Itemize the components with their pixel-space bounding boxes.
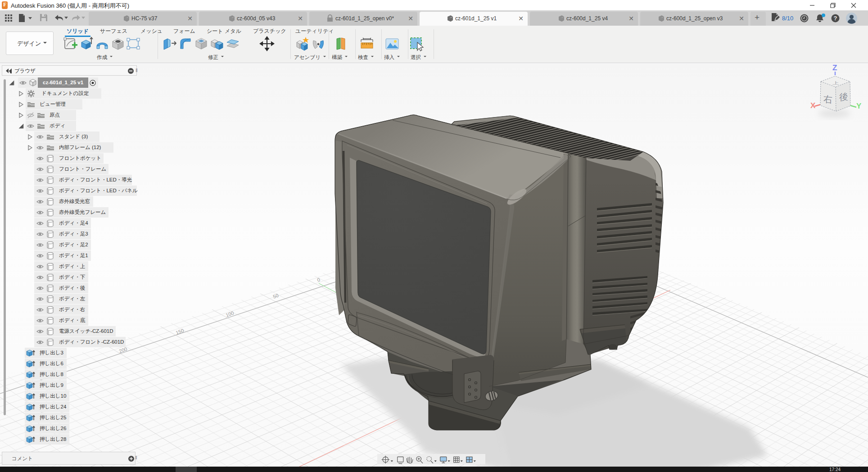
- svg-text:Y: Y: [856, 102, 862, 110]
- svg-text:Z: Z: [832, 64, 837, 72]
- svg-text:上: 上: [832, 81, 839, 86]
- svg-text:右: 右: [823, 94, 832, 104]
- svg-text:X: X: [810, 101, 816, 110]
- svg-text:後: 後: [839, 91, 848, 102]
- svg-text:?: ?: [834, 15, 837, 22]
